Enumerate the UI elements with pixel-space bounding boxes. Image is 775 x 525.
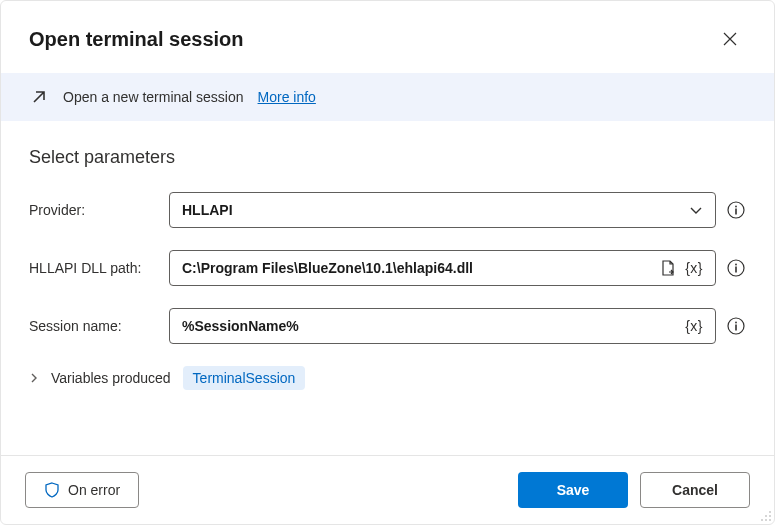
chevron-right-icon bbox=[29, 373, 39, 383]
svg-point-4 bbox=[735, 264, 737, 266]
session-name-info-icon[interactable] bbox=[726, 316, 746, 336]
svg-rect-8 bbox=[735, 325, 737, 331]
provider-info-icon[interactable] bbox=[726, 200, 746, 220]
variable-picker-icon[interactable]: {x} bbox=[685, 318, 703, 334]
on-error-button[interactable]: On error bbox=[25, 472, 139, 508]
svg-point-1 bbox=[735, 206, 737, 208]
dll-path-value: C:\Program Files\BlueZone\10.1\ehlapi64.… bbox=[182, 260, 659, 276]
cancel-button[interactable]: Cancel bbox=[640, 472, 750, 508]
variables-produced-label[interactable]: Variables produced bbox=[51, 370, 171, 386]
save-button[interactable]: Save bbox=[518, 472, 628, 508]
dialog-title: Open terminal session bbox=[29, 28, 244, 51]
variable-picker-icon[interactable]: {x} bbox=[685, 260, 703, 276]
session-name-value: %SessionName% bbox=[182, 318, 685, 334]
on-error-label: On error bbox=[68, 482, 120, 498]
provider-select[interactable]: HLLAPI bbox=[169, 192, 716, 228]
session-name-input[interactable]: %SessionName% {x} bbox=[169, 308, 716, 344]
variable-chip[interactable]: TerminalSession bbox=[183, 366, 306, 390]
svg-point-7 bbox=[735, 322, 737, 324]
section-title: Select parameters bbox=[29, 147, 746, 168]
session-name-label: Session name: bbox=[29, 318, 159, 334]
close-button[interactable] bbox=[714, 23, 746, 55]
provider-label: Provider: bbox=[29, 202, 159, 218]
provider-value: HLLAPI bbox=[182, 202, 233, 218]
variables-expand-chevron[interactable] bbox=[29, 370, 39, 386]
banner-text: Open a new terminal session bbox=[63, 89, 244, 105]
dll-path-label: HLLAPI DLL path: bbox=[29, 260, 159, 276]
close-icon bbox=[723, 32, 737, 46]
file-picker-icon[interactable] bbox=[659, 259, 677, 277]
dll-path-info-icon[interactable] bbox=[726, 258, 746, 278]
chevron-down-icon bbox=[689, 203, 703, 217]
svg-rect-5 bbox=[735, 267, 737, 273]
dll-path-input[interactable]: C:\Program Files\BlueZone\10.1\ehlapi64.… bbox=[169, 250, 716, 286]
shield-icon bbox=[44, 482, 60, 498]
info-banner: Open a new terminal session More info bbox=[1, 73, 774, 121]
svg-rect-2 bbox=[735, 209, 737, 215]
more-info-link[interactable]: More info bbox=[258, 89, 316, 105]
open-external-icon bbox=[29, 87, 49, 107]
